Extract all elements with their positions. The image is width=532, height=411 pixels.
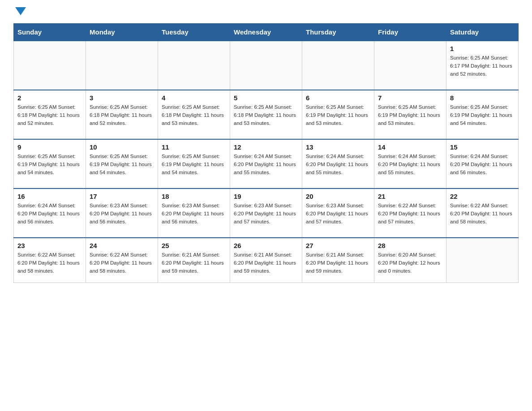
calendar-week-row: 16Sunrise: 6:24 AM Sunset: 6:20 PM Dayli…	[14, 188, 519, 238]
calendar-cell	[374, 41, 446, 90]
calendar-cell: 20Sunrise: 6:23 AM Sunset: 6:20 PM Dayli…	[302, 188, 374, 238]
day-number: 26	[234, 242, 298, 249]
day-number: 28	[378, 242, 442, 249]
calendar-cell: 5Sunrise: 6:25 AM Sunset: 6:18 PM Daylig…	[230, 90, 302, 139]
calendar-cell: 14Sunrise: 6:24 AM Sunset: 6:20 PM Dayli…	[374, 139, 446, 188]
calendar-week-row: 9Sunrise: 6:25 AM Sunset: 6:19 PM Daylig…	[14, 139, 519, 188]
day-info: Sunrise: 6:22 AM Sunset: 6:20 PM Dayligh…	[378, 202, 442, 226]
day-info: Sunrise: 6:24 AM Sunset: 6:20 PM Dayligh…	[450, 153, 515, 176]
calendar-cell: 17Sunrise: 6:23 AM Sunset: 6:20 PM Dayli…	[86, 188, 158, 238]
calendar-cell: 25Sunrise: 6:21 AM Sunset: 6:20 PM Dayli…	[158, 238, 230, 283]
day-number: 23	[17, 242, 82, 249]
day-number: 11	[162, 143, 226, 151]
day-info: Sunrise: 6:25 AM Sunset: 6:18 PM Dayligh…	[17, 103, 82, 127]
header-friday: Friday	[374, 24, 446, 41]
day-info: Sunrise: 6:23 AM Sunset: 6:20 PM Dayligh…	[90, 202, 154, 226]
day-number: 17	[90, 193, 154, 200]
day-number: 2	[17, 94, 82, 102]
calendar-week-row: 2Sunrise: 6:25 AM Sunset: 6:18 PM Daylig…	[14, 90, 519, 139]
calendar-cell: 11Sunrise: 6:25 AM Sunset: 6:19 PM Dayli…	[158, 139, 230, 188]
day-number: 19	[234, 193, 298, 200]
day-number: 5	[234, 94, 298, 102]
day-number: 4	[162, 94, 226, 102]
day-info: Sunrise: 6:23 AM Sunset: 6:20 PM Dayligh…	[162, 202, 226, 226]
calendar-cell: 19Sunrise: 6:23 AM Sunset: 6:20 PM Dayli…	[230, 188, 302, 238]
logo-triangle-icon	[15, 7, 26, 15]
header-sunday: Sunday	[14, 24, 86, 41]
calendar-header-row: SundayMondayTuesdayWednesdayThursdayFrid…	[14, 24, 519, 41]
calendar-cell: 21Sunrise: 6:22 AM Sunset: 6:20 PM Dayli…	[374, 188, 446, 238]
day-number: 13	[306, 143, 370, 151]
day-info: Sunrise: 6:23 AM Sunset: 6:20 PM Dayligh…	[234, 202, 298, 226]
day-number: 9	[17, 143, 82, 151]
calendar-cell: 1Sunrise: 6:25 AM Sunset: 6:17 PM Daylig…	[446, 41, 519, 90]
day-info: Sunrise: 6:25 AM Sunset: 6:19 PM Dayligh…	[90, 153, 154, 176]
day-info: Sunrise: 6:24 AM Sunset: 6:20 PM Dayligh…	[17, 202, 82, 226]
calendar-table: SundayMondayTuesdayWednesdayThursdayFrid…	[13, 23, 519, 283]
calendar-cell: 4Sunrise: 6:25 AM Sunset: 6:18 PM Daylig…	[158, 90, 230, 139]
day-number: 7	[378, 94, 442, 102]
day-number: 15	[450, 143, 515, 151]
calendar-cell: 6Sunrise: 6:25 AM Sunset: 6:19 PM Daylig…	[302, 90, 374, 139]
day-number: 16	[17, 193, 82, 200]
day-info: Sunrise: 6:25 AM Sunset: 6:18 PM Dayligh…	[234, 103, 298, 127]
calendar-cell	[86, 41, 158, 90]
calendar-cell	[446, 238, 519, 283]
calendar-cell: 2Sunrise: 6:25 AM Sunset: 6:18 PM Daylig…	[14, 90, 86, 139]
calendar-cell: 15Sunrise: 6:24 AM Sunset: 6:20 PM Dayli…	[446, 139, 519, 188]
calendar-week-row: 23Sunrise: 6:22 AM Sunset: 6:20 PM Dayli…	[14, 238, 519, 283]
calendar-cell: 18Sunrise: 6:23 AM Sunset: 6:20 PM Dayli…	[158, 188, 230, 238]
calendar-cell: 23Sunrise: 6:22 AM Sunset: 6:20 PM Dayli…	[14, 238, 86, 283]
header-monday: Monday	[86, 24, 158, 41]
day-number: 1	[450, 45, 515, 52]
header-thursday: Thursday	[302, 24, 374, 41]
day-info: Sunrise: 6:25 AM Sunset: 6:19 PM Dayligh…	[17, 153, 82, 176]
day-info: Sunrise: 6:24 AM Sunset: 6:20 PM Dayligh…	[378, 153, 442, 176]
day-info: Sunrise: 6:25 AM Sunset: 6:18 PM Dayligh…	[162, 103, 226, 127]
day-info: Sunrise: 6:21 AM Sunset: 6:20 PM Dayligh…	[306, 251, 370, 275]
day-info: Sunrise: 6:24 AM Sunset: 6:20 PM Dayligh…	[306, 153, 370, 176]
day-number: 20	[306, 193, 370, 200]
day-info: Sunrise: 6:20 AM Sunset: 6:20 PM Dayligh…	[378, 251, 442, 275]
day-number: 24	[90, 242, 154, 249]
calendar-cell	[230, 41, 302, 90]
day-info: Sunrise: 6:25 AM Sunset: 6:17 PM Dayligh…	[450, 54, 515, 78]
day-number: 22	[450, 193, 515, 200]
day-number: 25	[162, 242, 226, 249]
calendar-cell	[302, 41, 374, 90]
calendar-cell	[158, 41, 230, 90]
day-info: Sunrise: 6:25 AM Sunset: 6:19 PM Dayligh…	[162, 153, 226, 176]
day-number: 14	[378, 143, 442, 151]
day-info: Sunrise: 6:22 AM Sunset: 6:20 PM Dayligh…	[17, 251, 82, 275]
day-info: Sunrise: 6:25 AM Sunset: 6:19 PM Dayligh…	[450, 103, 515, 127]
calendar-cell: 3Sunrise: 6:25 AM Sunset: 6:18 PM Daylig…	[86, 90, 158, 139]
calendar-cell	[14, 41, 86, 90]
calendar-cell: 9Sunrise: 6:25 AM Sunset: 6:19 PM Daylig…	[14, 139, 86, 188]
calendar-cell: 13Sunrise: 6:24 AM Sunset: 6:20 PM Dayli…	[302, 139, 374, 188]
calendar-cell: 27Sunrise: 6:21 AM Sunset: 6:20 PM Dayli…	[302, 238, 374, 283]
day-info: Sunrise: 6:22 AM Sunset: 6:20 PM Dayligh…	[90, 251, 154, 275]
day-info: Sunrise: 6:25 AM Sunset: 6:18 PM Dayligh…	[90, 103, 154, 127]
day-info: Sunrise: 6:21 AM Sunset: 6:20 PM Dayligh…	[162, 251, 226, 275]
day-info: Sunrise: 6:25 AM Sunset: 6:19 PM Dayligh…	[378, 103, 442, 127]
page-header	[13, 9, 519, 15]
day-info: Sunrise: 6:25 AM Sunset: 6:19 PM Dayligh…	[306, 103, 370, 127]
logo	[13, 9, 26, 15]
header-saturday: Saturday	[446, 24, 519, 41]
day-info: Sunrise: 6:22 AM Sunset: 6:20 PM Dayligh…	[450, 202, 515, 226]
day-number: 12	[234, 143, 298, 151]
day-number: 8	[450, 94, 515, 102]
day-info: Sunrise: 6:24 AM Sunset: 6:20 PM Dayligh…	[234, 153, 298, 176]
day-info: Sunrise: 6:21 AM Sunset: 6:20 PM Dayligh…	[234, 251, 298, 275]
day-number: 6	[306, 94, 370, 102]
calendar-cell: 8Sunrise: 6:25 AM Sunset: 6:19 PM Daylig…	[446, 90, 519, 139]
day-number: 3	[90, 94, 154, 102]
calendar-cell: 22Sunrise: 6:22 AM Sunset: 6:20 PM Dayli…	[446, 188, 519, 238]
calendar-cell: 28Sunrise: 6:20 AM Sunset: 6:20 PM Dayli…	[374, 238, 446, 283]
calendar-cell: 10Sunrise: 6:25 AM Sunset: 6:19 PM Dayli…	[86, 139, 158, 188]
header-tuesday: Tuesday	[158, 24, 230, 41]
day-number: 18	[162, 193, 226, 200]
header-wednesday: Wednesday	[230, 24, 302, 41]
calendar-cell: 7Sunrise: 6:25 AM Sunset: 6:19 PM Daylig…	[374, 90, 446, 139]
day-number: 27	[306, 242, 370, 249]
